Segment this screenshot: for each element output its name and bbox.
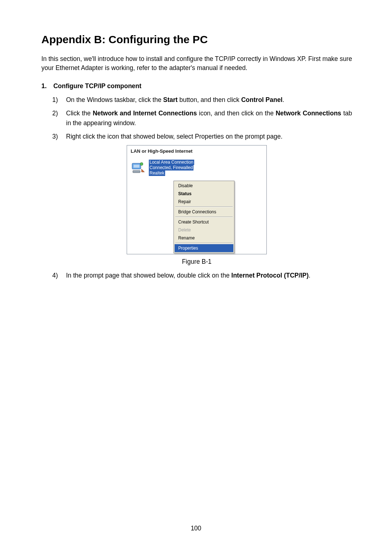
connection-adapter: Realtek (149, 171, 165, 176)
section-number: 1. (41, 82, 52, 90)
connection-labels: Local Area Connection Connected, Firewal… (149, 160, 194, 176)
figure-panel-wrapper: LAN or High-Speed Internet Local Area (41, 145, 352, 266)
step-number: 4) (52, 271, 66, 280)
svg-point-3 (140, 163, 143, 165)
page-number: 100 (0, 525, 392, 532)
menu-item-rename[interactable]: Rename (175, 234, 233, 242)
menu-item-create-shortcut[interactable]: Create Shortcut (175, 218, 233, 226)
menu-item-repair[interactable]: Repair (175, 198, 233, 206)
document-page: Appendix B: Configuring the PC In this s… (0, 0, 392, 280)
ordered-steps-cont: 4) In the prompt page that showed below,… (52, 271, 352, 280)
step-text: . (309, 272, 310, 279)
menu-separator (175, 206, 233, 207)
step-text: On the Windows taskbar, click the (66, 96, 163, 103)
menu-item-disable[interactable]: Disable (175, 182, 233, 190)
page-title: Appendix B: Configuring the PC (41, 33, 352, 46)
step-3: 3) Right click the icon that showed belo… (52, 132, 352, 141)
step-number: 3) (52, 132, 66, 141)
step-4: 4) In the prompt page that showed below,… (52, 271, 352, 280)
step-2: 2) Click the Network and Internet Connec… (52, 108, 352, 128)
menu-item-status[interactable]: Status (175, 190, 233, 198)
section-heading: 1. Configure TCP/IP component (41, 82, 352, 90)
step-body: On the Windows taskbar, click the Start … (66, 95, 352, 105)
bold-control-panel: Control Panel (241, 96, 282, 103)
menu-separator (175, 217, 233, 217)
section-title-text: Configure TCP/IP component (53, 82, 142, 90)
step-text: icon, and then click on the (197, 110, 275, 117)
svg-rect-1 (134, 165, 139, 168)
context-menu: Disable Status Repair Bridge Connections… (173, 181, 234, 253)
step-body: In the prompt page that showed below, do… (66, 271, 352, 280)
step-body: Right click the icon that showed below, … (66, 132, 352, 141)
bold-start: Start (163, 96, 177, 103)
connection-status: Connected, Firewalled (149, 165, 193, 171)
step-text: Click the (66, 110, 93, 117)
svg-rect-2 (133, 171, 140, 173)
ordered-steps: 1) On the Windows taskbar, click the Sta… (52, 95, 352, 142)
step-text: . (282, 96, 284, 103)
network-adapter-icon (131, 160, 147, 176)
intro-paragraph: In this section, we'll introduce how to … (41, 54, 352, 73)
step-number: 1) (52, 95, 66, 105)
bold-network-internet: Network and Internet Connections (93, 110, 197, 117)
figure-caption: Figure B-1 (41, 258, 352, 266)
bold-network-connections: Network Connections (275, 110, 341, 117)
step-body: Click the Network and Internet Connectio… (66, 108, 352, 128)
menu-item-bridge[interactable]: Bridge Connections (175, 208, 233, 216)
connection-item[interactable]: Local Area Connection Connected, Firewal… (131, 160, 263, 176)
step-number: 2) (52, 108, 66, 128)
step-text: In the prompt page that showed below, do… (66, 272, 231, 279)
lan-panel-body: Local Area Connection Connected, Firewal… (127, 156, 266, 254)
menu-item-delete: Delete (175, 226, 233, 234)
lan-panel: LAN or High-Speed Internet Local Area (127, 145, 267, 254)
bold-internet-protocol: Internet Protocol (TCP/IP) (231, 272, 309, 279)
step-1: 1) On the Windows taskbar, click the Sta… (52, 95, 352, 105)
connection-name: Local Area Connection (149, 160, 194, 165)
menu-separator (175, 243, 233, 243)
step-text: button, and then click (177, 96, 241, 103)
lan-panel-title: LAN or High-Speed Internet (127, 145, 266, 156)
menu-item-properties[interactable]: Properties (175, 244, 233, 252)
